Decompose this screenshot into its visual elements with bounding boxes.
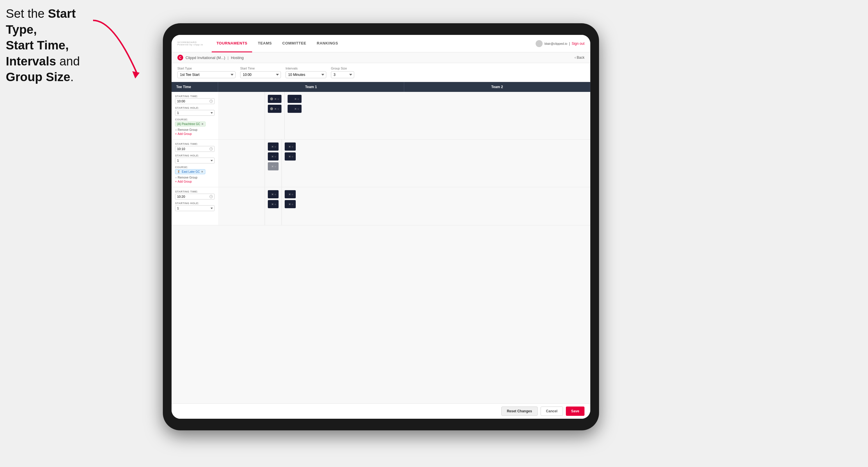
player-row: ✕ ○ <box>268 95 281 103</box>
player-row: ✕ ○ <box>268 143 279 151</box>
table-row: STARTING TIME: STARTING HOLE: 1 COURSE: … <box>172 139 590 187</box>
nav-right: blair@clipped.io | Sign out <box>536 40 585 47</box>
logo: SCOREBOARD Powered by clipp.io <box>177 41 203 46</box>
arrow-indicator <box>84 14 166 102</box>
player-row: ✕ ○ <box>285 190 296 198</box>
tablet-device: SCOREBOARD Powered by clipp.io TOURNAMEN… <box>163 23 599 430</box>
cancel-button[interactable]: Cancel <box>540 406 563 416</box>
tab-committee[interactable]: COMMITTEE <box>278 35 311 52</box>
tablet-screen: SCOREBOARD Powered by clipp.io TOURNAMEN… <box>172 35 590 419</box>
sign-out-link[interactable]: Sign out <box>572 41 585 45</box>
save-button[interactable]: Save <box>566 406 585 416</box>
start-type-select[interactable]: 1st Tee Start <box>177 71 236 78</box>
player-row: ✕ ○ <box>268 190 279 198</box>
start-time-group: Start Time 10:00 <box>240 67 281 78</box>
add-group-1[interactable]: + Add Group <box>175 132 215 135</box>
group-size-label: Group Size <box>331 67 354 70</box>
player-row: ✕ ○ <box>268 200 279 208</box>
settings-row: Start Type 1st Tee Start Start Time 10:0… <box>172 63 590 82</box>
team1-col-1: ✕ ○ ✕ ○ <box>265 92 285 139</box>
start-type-label: Start Type <box>177 67 236 70</box>
svg-marker-0 <box>132 71 140 79</box>
starting-hole-select-3[interactable]: 1 <box>175 205 215 211</box>
player-row: ✕ ○ <box>287 95 302 103</box>
group-meta-1: STARTING TIME: STARTING HOLE: 1 COURSE: … <box>172 92 218 139</box>
remove-course-1[interactable]: ✕ <box>201 122 204 126</box>
remove-player[interactable]: ✕ ○ <box>271 155 276 158</box>
start-type-group: Start Type 1st Tee Start <box>177 67 236 78</box>
starting-hole-select-1[interactable]: 1 <box>175 110 215 116</box>
group-meta-3: STARTING TIME: STARTING HOLE: 1 <box>172 187 218 225</box>
intervals-group: Intervals 10 Minutes <box>285 67 326 78</box>
starting-time-input-2[interactable] <box>175 146 215 152</box>
remove-course-2[interactable]: ✕ <box>201 170 203 173</box>
start-time-select[interactable]: 10:00 <box>240 71 281 78</box>
team2-col-2: ✕ ○ ✕ ○ <box>282 139 299 187</box>
col-tee-time: Tee Time <box>172 82 218 92</box>
player-icon <box>270 97 273 100</box>
team2-col-3: ✕ ○ ✕ ○ <box>282 187 299 225</box>
footer-bar: Reset Changes Cancel Save <box>172 403 590 419</box>
player-row: ✕ ○ <box>268 105 281 113</box>
player-icon <box>270 107 273 110</box>
tab-teams[interactable]: TEAMS <box>253 35 277 52</box>
remove-player[interactable]: ✕ ○ <box>294 107 299 111</box>
table-header: Tee Time Team 1 Team 2 <box>172 82 590 92</box>
group-teams-2: ✕ ○ ✕ ○ ✕ ○ ✕ ○ ✕ <box>265 139 299 187</box>
starting-hole-select-2[interactable]: 1 <box>175 158 215 163</box>
remove-player[interactable]: ✕ ○ <box>288 145 293 148</box>
starting-time-input-3[interactable] <box>175 194 215 199</box>
table-row: STARTING TIME: STARTING HOLE: 1 COURSE: … <box>172 92 590 139</box>
player-row: ✕ ○ <box>285 152 296 160</box>
brand-icon: C <box>177 55 183 61</box>
group-size-select[interactable]: 3 <box>331 71 354 78</box>
nav-tabs: TOURNAMENTS TEAMS COMMITTEE RANKINGS <box>212 35 536 52</box>
nav-bar: SCOREBOARD Powered by clipp.io TOURNAMEN… <box>172 35 590 52</box>
start-time-label: Start Time <box>240 67 281 70</box>
group-size-group: Group Size 3 <box>331 67 354 78</box>
tab-rankings[interactable]: RANKINGS <box>312 35 343 52</box>
remove-player[interactable]: ✕ ○ <box>288 193 293 196</box>
player-row: ✕ ○ <box>268 162 279 170</box>
sub-header: C Clippd Invitational (M...) | Hosting B… <box>172 52 590 63</box>
remove-player[interactable]: ✕ ○ <box>271 203 276 206</box>
remove-player[interactable]: ✕ ○ <box>294 97 299 101</box>
team1-col-2: ✕ ○ ✕ ○ ✕ ○ <box>265 139 282 187</box>
intervals-select[interactable]: 10 Minutes <box>285 71 326 78</box>
user-avatar <box>536 40 542 47</box>
table-body: STARTING TIME: STARTING HOLE: 1 COURSE: … <box>172 92 590 403</box>
starting-time-input-1[interactable] <box>175 98 215 104</box>
player-row: ✕ ○ <box>287 105 302 113</box>
remove-player[interactable]: ✕ ○ <box>271 145 276 148</box>
tab-tournaments[interactable]: TOURNAMENTS <box>212 35 252 52</box>
add-group-2[interactable]: + Add Group <box>175 180 215 183</box>
intervals-label: Intervals <box>285 67 326 70</box>
team2-col-1: ✕ ○ ✕ ○ <box>285 92 305 139</box>
remove-player[interactable]: ✕ ○ <box>271 165 276 168</box>
col-team1: Team 1 <box>218 82 404 92</box>
group-teams-3: ✕ ○ ✕ ○ ✕ ○ ✕ ○ <box>265 187 299 225</box>
reset-changes-button[interactable]: Reset Changes <box>501 406 538 416</box>
team1-col-3: ✕ ○ ✕ ○ <box>265 187 282 225</box>
back-button[interactable]: Back <box>575 56 585 60</box>
player-row: ✕ ○ <box>268 152 279 160</box>
player-row: ✕ ○ <box>285 200 296 208</box>
remove-player[interactable]: ✕ ○ <box>274 97 279 101</box>
remove-player[interactable]: ✕ ○ <box>288 155 293 158</box>
course-tag-1: (A) Peachtree GC ✕ <box>175 122 206 126</box>
remove-group-1[interactable]: ○ Remove Group <box>175 128 215 131</box>
breadcrumb: C Clippd Invitational (M...) | Hosting <box>177 55 244 61</box>
table-row: STARTING TIME: STARTING HOLE: 1 ✕ ○ ✕ ○ <box>172 187 590 225</box>
col-team2: Team 2 <box>404 82 590 92</box>
course-tag-2: 🏌 East Lake GC ✕ <box>175 169 205 174</box>
remove-player[interactable]: ✕ ○ <box>271 193 276 196</box>
remove-player[interactable]: ✕ ○ <box>274 107 279 111</box>
group-teams-1: ✕ ○ ✕ ○ ✕ ○ ✕ ○ <box>265 92 305 139</box>
remove-player[interactable]: ✕ ○ <box>288 203 293 206</box>
player-row: ✕ ○ <box>285 143 296 151</box>
instruction-text: Set the Start Type,Start Time,Intervals … <box>6 7 80 84</box>
group-meta-2: STARTING TIME: STARTING HOLE: 1 COURSE: … <box>172 139 218 187</box>
remove-group-2[interactable]: ○ Remove Group <box>175 176 215 179</box>
